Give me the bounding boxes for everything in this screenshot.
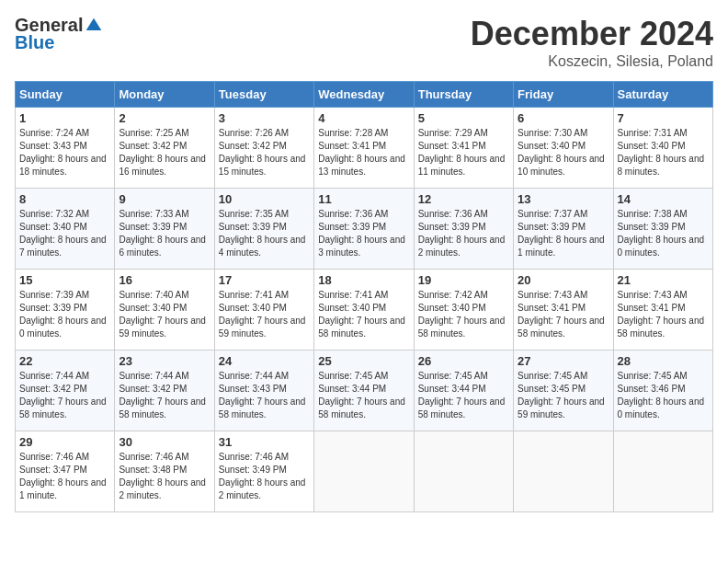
- calendar-table: Sunday Monday Tuesday Wednesday Thursday…: [15, 81, 713, 512]
- calendar-cell: 4 Sunrise: 7:28 AMSunset: 3:41 PMDayligh…: [314, 108, 414, 189]
- cell-text: Sunrise: 7:44 AMSunset: 3:42 PMDaylight:…: [119, 371, 206, 419]
- cell-text: Sunrise: 7:43 AMSunset: 3:41 PMDaylight:…: [518, 290, 605, 339]
- cell-text: Sunrise: 7:38 AMSunset: 3:39 PMDaylight:…: [618, 209, 705, 258]
- calendar-cell: 17 Sunrise: 7:41 AMSunset: 3:40 PMDaylig…: [214, 270, 313, 350]
- day-number: 11: [318, 192, 409, 206]
- calendar-cell: [514, 431, 613, 512]
- calendar-cell: 16 Sunrise: 7:40 AMSunset: 3:40 PMDaylig…: [115, 270, 214, 350]
- header-friday: Friday: [514, 82, 613, 108]
- calendar-cell: 27 Sunrise: 7:45 AMSunset: 3:45 PMDaylig…: [514, 350, 613, 431]
- cell-text: Sunrise: 7:41 AMSunset: 3:40 PMDaylight:…: [318, 290, 405, 339]
- cell-text: Sunrise: 7:45 AMSunset: 3:45 PMDaylight:…: [518, 371, 605, 419]
- cell-text: Sunrise: 7:28 AMSunset: 3:41 PMDaylight:…: [318, 128, 405, 177]
- day-number: 19: [418, 273, 509, 287]
- cell-text: Sunrise: 7:45 AMSunset: 3:44 PMDaylight:…: [318, 371, 405, 419]
- calendar-cell: 22 Sunrise: 7:44 AMSunset: 3:42 PMDaylig…: [16, 350, 115, 431]
- cell-text: Sunrise: 7:45 AMSunset: 3:46 PMDaylight:…: [618, 371, 705, 419]
- calendar-cell: 5 Sunrise: 7:29 AMSunset: 3:41 PMDayligh…: [414, 108, 513, 189]
- calendar-cell: 6 Sunrise: 7:30 AMSunset: 3:40 PMDayligh…: [514, 108, 613, 189]
- calendar-week-row: 8 Sunrise: 7:32 AMSunset: 3:40 PMDayligh…: [16, 189, 713, 270]
- cell-text: Sunrise: 7:35 AMSunset: 3:39 PMDaylight:…: [219, 209, 306, 258]
- day-number: 30: [119, 435, 210, 449]
- cell-text: Sunrise: 7:36 AMSunset: 3:39 PMDaylight:…: [318, 209, 405, 258]
- calendar-cell: 13 Sunrise: 7:37 AMSunset: 3:39 PMDaylig…: [514, 189, 613, 270]
- calendar-cell: 10 Sunrise: 7:35 AMSunset: 3:39 PMDaylig…: [214, 189, 313, 270]
- calendar-cell: 26 Sunrise: 7:45 AMSunset: 3:44 PMDaylig…: [414, 350, 513, 431]
- day-number: 24: [219, 354, 310, 368]
- calendar-week-row: 1 Sunrise: 7:24 AMSunset: 3:43 PMDayligh…: [16, 108, 713, 189]
- calendar-cell: 20 Sunrise: 7:43 AMSunset: 3:41 PMDaylig…: [514, 270, 613, 350]
- calendar-week-row: 15 Sunrise: 7:39 AMSunset: 3:39 PMDaylig…: [16, 270, 713, 350]
- cell-text: Sunrise: 7:37 AMSunset: 3:39 PMDaylight:…: [518, 209, 605, 258]
- day-number: 20: [518, 273, 609, 287]
- calendar-cell: 7 Sunrise: 7:31 AMSunset: 3:40 PMDayligh…: [613, 108, 712, 189]
- cell-text: Sunrise: 7:24 AMSunset: 3:43 PMDaylight:…: [19, 128, 107, 177]
- day-number: 2: [119, 111, 210, 125]
- calendar-cell: 18 Sunrise: 7:41 AMSunset: 3:40 PMDaylig…: [314, 270, 414, 350]
- cell-text: Sunrise: 7:29 AMSunset: 3:41 PMDaylight:…: [418, 128, 506, 177]
- day-number: 23: [119, 354, 210, 368]
- day-number: 26: [418, 354, 509, 368]
- calendar-cell: 15 Sunrise: 7:39 AMSunset: 3:39 PMDaylig…: [16, 270, 115, 350]
- cell-text: Sunrise: 7:44 AMSunset: 3:43 PMDaylight:…: [219, 371, 306, 419]
- calendar-week-row: 22 Sunrise: 7:44 AMSunset: 3:42 PMDaylig…: [16, 350, 713, 431]
- cell-text: Sunrise: 7:44 AMSunset: 3:42 PMDaylight:…: [19, 371, 107, 419]
- day-number: 15: [19, 273, 110, 287]
- day-number: 21: [618, 273, 709, 287]
- logo-icon: [85, 17, 103, 35]
- calendar-cell: 14 Sunrise: 7:38 AMSunset: 3:39 PMDaylig…: [613, 189, 712, 270]
- day-number: 9: [119, 192, 210, 206]
- day-number: 18: [318, 273, 409, 287]
- day-number: 8: [19, 192, 110, 206]
- calendar-cell: [414, 431, 513, 512]
- header-wednesday: Wednesday: [314, 82, 414, 108]
- day-number: 28: [618, 354, 709, 368]
- calendar-cell: [314, 431, 414, 512]
- day-number: 27: [518, 354, 609, 368]
- cell-text: Sunrise: 7:25 AMSunset: 3:42 PMDaylight:…: [119, 128, 206, 177]
- day-number: 22: [19, 354, 110, 368]
- day-number: 3: [219, 111, 310, 125]
- cell-text: Sunrise: 7:46 AMSunset: 3:48 PMDaylight:…: [119, 452, 206, 500]
- cell-text: Sunrise: 7:39 AMSunset: 3:39 PMDaylight:…: [19, 290, 107, 339]
- day-number: 6: [518, 111, 609, 125]
- calendar-cell: 11 Sunrise: 7:36 AMSunset: 3:39 PMDaylig…: [314, 189, 414, 270]
- location: Koszecin, Silesia, Poland: [471, 53, 713, 70]
- cell-text: Sunrise: 7:26 AMSunset: 3:42 PMDaylight:…: [219, 128, 306, 177]
- calendar-cell: 2 Sunrise: 7:25 AMSunset: 3:42 PMDayligh…: [115, 108, 214, 189]
- day-number: 16: [119, 273, 210, 287]
- calendar-cell: 24 Sunrise: 7:44 AMSunset: 3:43 PMDaylig…: [214, 350, 313, 431]
- day-number: 10: [219, 192, 310, 206]
- header-thursday: Thursday: [414, 82, 513, 108]
- day-number: 29: [19, 435, 110, 449]
- calendar-cell: 28 Sunrise: 7:45 AMSunset: 3:46 PMDaylig…: [613, 350, 712, 431]
- calendar-cell: 25 Sunrise: 7:45 AMSunset: 3:44 PMDaylig…: [314, 350, 414, 431]
- calendar-header-row: Sunday Monday Tuesday Wednesday Thursday…: [16, 82, 713, 108]
- title-area: December 2024 Koszecin, Silesia, Poland: [471, 15, 713, 70]
- day-number: 31: [219, 435, 310, 449]
- header-monday: Monday: [115, 82, 214, 108]
- day-number: 14: [618, 192, 709, 206]
- day-number: 5: [418, 111, 509, 125]
- cell-text: Sunrise: 7:45 AMSunset: 3:44 PMDaylight:…: [418, 371, 506, 419]
- header-tuesday: Tuesday: [214, 82, 313, 108]
- header-saturday: Saturday: [613, 82, 712, 108]
- cell-text: Sunrise: 7:36 AMSunset: 3:39 PMDaylight:…: [418, 209, 506, 258]
- calendar-cell: 3 Sunrise: 7:26 AMSunset: 3:42 PMDayligh…: [214, 108, 313, 189]
- calendar-cell: 12 Sunrise: 7:36 AMSunset: 3:39 PMDaylig…: [414, 189, 513, 270]
- cell-text: Sunrise: 7:31 AMSunset: 3:40 PMDaylight:…: [618, 128, 705, 177]
- cell-text: Sunrise: 7:40 AMSunset: 3:40 PMDaylight:…: [119, 290, 206, 339]
- calendar-cell: 31 Sunrise: 7:46 AMSunset: 3:49 PMDaylig…: [214, 431, 313, 512]
- cell-text: Sunrise: 7:30 AMSunset: 3:40 PMDaylight:…: [518, 128, 605, 177]
- day-number: 4: [318, 111, 409, 125]
- header: General Blue December 2024 Koszecin, Sil…: [15, 15, 713, 70]
- calendar-cell: 21 Sunrise: 7:43 AMSunset: 3:41 PMDaylig…: [613, 270, 712, 350]
- day-number: 25: [318, 354, 409, 368]
- calendar-cell: 30 Sunrise: 7:46 AMSunset: 3:48 PMDaylig…: [115, 431, 214, 512]
- header-sunday: Sunday: [16, 82, 115, 108]
- logo: General Blue: [15, 15, 103, 53]
- cell-text: Sunrise: 7:46 AMSunset: 3:49 PMDaylight:…: [219, 452, 306, 500]
- calendar-week-row: 29 Sunrise: 7:46 AMSunset: 3:47 PMDaylig…: [16, 431, 713, 512]
- calendar-cell: 9 Sunrise: 7:33 AMSunset: 3:39 PMDayligh…: [115, 189, 214, 270]
- calendar-cell: 29 Sunrise: 7:46 AMSunset: 3:47 PMDaylig…: [16, 431, 115, 512]
